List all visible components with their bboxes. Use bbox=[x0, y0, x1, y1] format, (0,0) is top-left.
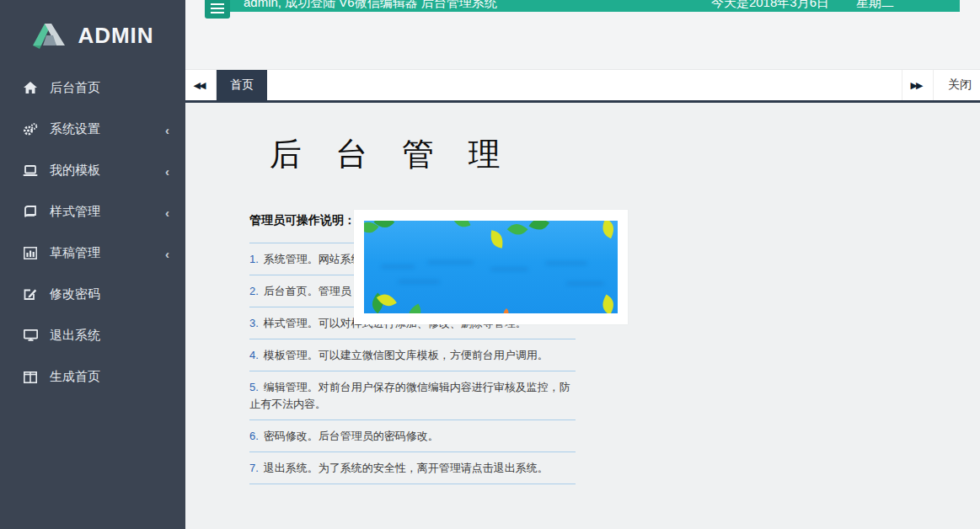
welcome-text: admin, 成功登陆 V6微信编辑器 后台管理系统 bbox=[244, 0, 497, 11]
chevron-left-icon: ‹ bbox=[165, 206, 169, 218]
sidebar-item-my-templates[interactable]: 我的模板 ‹ bbox=[0, 150, 185, 191]
blue-leaves-banner-image bbox=[364, 221, 618, 313]
item-number: 6. bbox=[249, 430, 259, 442]
sidebar-item-label: 修改密码 bbox=[50, 286, 100, 302]
top-navbar: admin, 成功登陆 V6微信编辑器 后台管理系统 今天是2018年3月6日 … bbox=[205, 0, 960, 12]
instruction-item: 4.模板管理。可以建立微信图文库模板，方便前台用户调用。 bbox=[249, 339, 576, 371]
edit-icon bbox=[22, 288, 39, 302]
item-text: 密码修改。后台管理员的密码修改。 bbox=[264, 430, 439, 442]
menu-toggle-button[interactable] bbox=[205, 0, 230, 19]
item-text: 模板管理。可以建立微信图文库模板，方便前台用户调用。 bbox=[264, 349, 549, 361]
instruction-item: 6.密码修改。后台管理员的密码修改。 bbox=[249, 420, 576, 452]
columns-icon bbox=[22, 371, 39, 384]
date-text: 今天是2018年3月6日 bbox=[711, 0, 829, 11]
item-number: 4. bbox=[249, 349, 259, 361]
laptop-icon bbox=[22, 164, 39, 178]
item-number: 5. bbox=[249, 381, 259, 393]
sidebar-item-home[interactable]: 后台首页 bbox=[0, 67, 185, 109]
sidebar-item-logout[interactable]: 退出系统 bbox=[0, 315, 185, 356]
sidebar-item-label: 后台首页 bbox=[50, 80, 100, 96]
item-text: 系统管理。网站系统 bbox=[264, 253, 362, 265]
tabs-scroll-left-button[interactable]: ◀◀ bbox=[185, 70, 217, 100]
sidebar-item-label: 生成首页 bbox=[50, 369, 100, 385]
sidebar-item-draft-management[interactable]: 草稿管理 ‹ bbox=[0, 232, 185, 274]
main-content: 后 台 管 理 管理员可操作说明： 1.系统管理。网站系统 2.后台首页。管理员… bbox=[185, 105, 980, 529]
item-number: 2. bbox=[249, 285, 259, 297]
app-logo-text: ADMIN bbox=[78, 23, 153, 49]
sidebar-item-label: 样式管理 bbox=[50, 204, 100, 220]
item-text: 后台首页。管理员 bbox=[264, 285, 351, 297]
chevron-left-icon: ‹ bbox=[165, 164, 169, 177]
weekday-text: 星期二 bbox=[856, 0, 894, 11]
book-icon bbox=[22, 206, 39, 219]
page-title: 后 台 管 理 bbox=[270, 133, 513, 176]
chevron-left-icon: ‹ bbox=[165, 123, 169, 136]
sidebar-item-system-settings[interactable]: 系统设置 ‹ bbox=[0, 109, 185, 150]
app-logo: ADMIN bbox=[0, 0, 185, 66]
sidebar-item-style-management[interactable]: 样式管理 ‹ bbox=[0, 191, 185, 232]
sidebar-item-label: 退出系统 bbox=[50, 328, 100, 344]
sidebar: ADMIN 后台首页 系统设置 ‹ bbox=[0, 0, 185, 529]
tab-home[interactable]: 首页 bbox=[217, 70, 267, 100]
sidebar-item-generate-homepage[interactable]: 生成首页 bbox=[0, 356, 185, 398]
hamburger-icon bbox=[211, 3, 224, 5]
item-number: 1. bbox=[249, 253, 259, 265]
sidebar-item-label: 草稿管理 bbox=[50, 245, 100, 261]
tabs-scroll-right-button[interactable]: ▶▶ bbox=[902, 70, 933, 100]
tab-bar: ◀◀ 首页 ▶▶ 关闭 bbox=[185, 69, 980, 103]
item-text: 编辑管理。对前台用户保存的微信编辑内容进行审核及监控，防止有不法内容。 bbox=[249, 381, 570, 410]
instruction-item: 7.退出系统。为了系统的安全性，离开管理请点击退出系统。 bbox=[249, 452, 576, 484]
sidebar-item-label: 系统设置 bbox=[50, 121, 100, 137]
home-icon bbox=[22, 82, 39, 95]
sidebar-item-change-password[interactable]: 修改密码 bbox=[0, 274, 185, 315]
instruction-item: 5.编辑管理。对前台用户保存的微信编辑内容进行审核及监控，防止有不法内容。 bbox=[249, 371, 576, 420]
admin-logo-icon bbox=[31, 20, 70, 51]
monitor-icon bbox=[22, 329, 39, 343]
item-number: 7. bbox=[249, 462, 259, 474]
bar-chart-icon bbox=[22, 247, 39, 260]
sidebar-item-label: 我的模板 bbox=[50, 163, 100, 179]
close-tabs-button[interactable]: 关闭 bbox=[933, 70, 980, 100]
tabbar-spacer bbox=[267, 70, 902, 100]
item-text: 退出系统。为了系统的安全性，离开管理请点击退出系统。 bbox=[264, 462, 549, 474]
chevron-left-icon: ‹ bbox=[165, 247, 169, 259]
item-number: 3. bbox=[249, 317, 259, 329]
sidebar-menu: 后台首页 系统设置 ‹ 我的模板 ‹ bbox=[0, 67, 185, 398]
floating-preview-image[interactable] bbox=[354, 210, 628, 324]
gears-icon bbox=[22, 123, 39, 136]
